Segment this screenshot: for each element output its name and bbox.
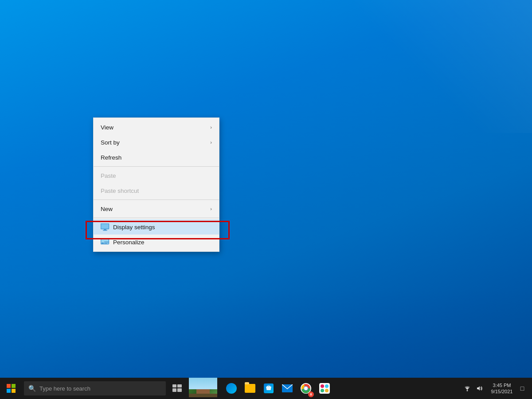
desktop-thumbnail[interactable] xyxy=(189,378,219,399)
store-icon xyxy=(264,383,274,393)
separator-1 xyxy=(94,166,219,167)
context-menu-display-settings[interactable]: Display settings xyxy=(94,219,219,235)
display-settings-label: Display settings xyxy=(113,224,155,231)
notification-icon[interactable]: □ xyxy=(516,378,528,399)
volume-icon[interactable] xyxy=(473,378,486,399)
svg-point-14 xyxy=(304,387,308,390)
display-settings-icon xyxy=(101,223,110,231)
context-menu-sort-by[interactable]: Sort by › xyxy=(94,135,219,150)
pinned-apps: 8 xyxy=(223,378,333,399)
view-chevron-icon: › xyxy=(210,125,212,130)
chrome-app-icon[interactable]: 8 xyxy=(297,378,315,399)
task-view-icon xyxy=(172,384,182,392)
clock-date: 9/15/2021 xyxy=(491,388,513,395)
separator-3 xyxy=(94,218,219,218)
store-app-icon[interactable] xyxy=(260,378,278,399)
svg-rect-9 xyxy=(172,388,176,392)
separator-2 xyxy=(94,200,219,200)
paste-label: Paste xyxy=(101,172,116,179)
new-label: New xyxy=(101,206,113,212)
systray-icons xyxy=(461,378,486,399)
context-menu-new[interactable]: New › xyxy=(94,201,219,216)
edge-app-icon[interactable] xyxy=(223,378,240,399)
sort-by-chevron-icon: › xyxy=(210,140,212,145)
start-button[interactable] xyxy=(0,378,22,399)
context-menu: View › Sort by › Refresh Paste Paste sho… xyxy=(93,117,219,252)
clock-time: 3:45 PM xyxy=(493,382,511,388)
sort-by-label: Sort by xyxy=(101,139,120,146)
context-menu-refresh[interactable]: Refresh xyxy=(94,150,219,165)
svg-rect-10 xyxy=(177,388,182,392)
windows-logo-icon xyxy=(7,384,16,393)
system-tray: 3:45 PM 9/15/2021 □ xyxy=(461,378,532,399)
mail-icon xyxy=(282,384,293,392)
context-menu-paste-shortcut: Paste shortcut xyxy=(94,183,219,198)
file-explorer-icon xyxy=(245,384,255,393)
svg-rect-0 xyxy=(101,223,109,229)
personalize-label: Personalize xyxy=(113,239,145,246)
svg-rect-7 xyxy=(172,384,176,387)
slack-app-icon[interactable] xyxy=(316,378,333,399)
search-placeholder-text: Type here to search xyxy=(39,385,90,392)
file-explorer-app-icon[interactable] xyxy=(241,378,259,399)
taskbar: 🔍 Type here to search xyxy=(0,378,532,399)
desktop[interactable]: View › Sort by › Refresh Paste Paste sho… xyxy=(0,0,532,399)
network-icon[interactable] xyxy=(461,378,473,399)
svg-rect-1 xyxy=(104,229,106,230)
context-menu-personalize[interactable]: Personalize xyxy=(94,235,219,250)
svg-rect-6 xyxy=(104,243,107,244)
chrome-badge: 8 xyxy=(308,391,314,397)
svg-rect-2 xyxy=(103,230,107,231)
taskbar-search-bar[interactable]: 🔍 Type here to search xyxy=(24,381,166,395)
svg-point-15 xyxy=(467,390,468,391)
paste-shortcut-label: Paste shortcut xyxy=(101,188,139,194)
svg-rect-4 xyxy=(102,243,104,244)
svg-rect-5 xyxy=(104,242,109,243)
context-menu-view[interactable]: View › xyxy=(94,120,219,135)
new-chevron-icon: › xyxy=(210,206,212,211)
mail-app-icon[interactable] xyxy=(278,378,296,399)
refresh-label: Refresh xyxy=(101,154,121,161)
context-menu-paste: Paste xyxy=(94,168,219,183)
system-clock[interactable]: 3:45 PM 9/15/2021 xyxy=(489,378,515,399)
personalize-icon xyxy=(101,238,110,246)
view-label: View xyxy=(101,124,113,131)
slack-icon xyxy=(319,383,330,394)
task-view-button[interactable] xyxy=(168,378,187,399)
svg-rect-8 xyxy=(177,384,182,387)
edge-icon xyxy=(226,383,237,394)
thumbnail-preview xyxy=(189,378,217,397)
search-icon: 🔍 xyxy=(28,385,36,392)
